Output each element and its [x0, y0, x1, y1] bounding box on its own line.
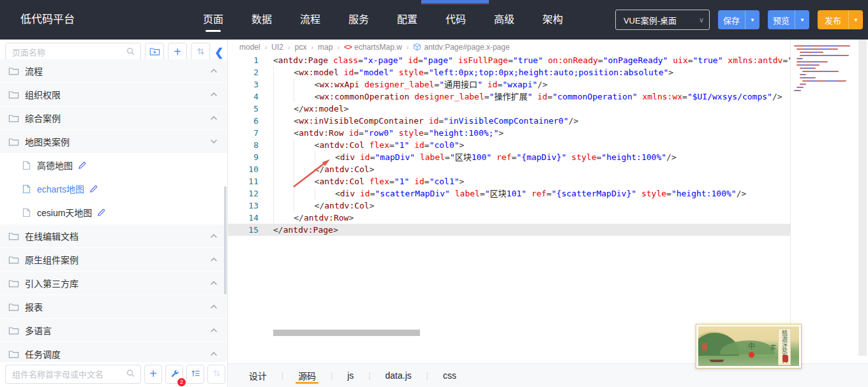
- project-select[interactable]: VUE案例-桌面 ∨: [615, 10, 710, 30]
- painting-seal: [782, 355, 788, 362]
- code-line-12[interactable]: 12<div id="scatterMapDiv" label="区块101" …: [228, 187, 790, 200]
- tab-0[interactable]: 设计: [248, 364, 268, 387]
- chevron-up-icon[interactable]: [209, 90, 218, 99]
- chevron-up-icon[interactable]: [209, 326, 218, 335]
- caret-down-icon[interactable]: ▼: [745, 10, 760, 29]
- chevron-up-icon[interactable]: [209, 255, 218, 264]
- breadcrumb-item-5[interactable]: antdv:Page#page.x-page: [413, 43, 509, 52]
- nav-item-5[interactable]: 代码: [445, 0, 466, 40]
- edit-pencil-icon[interactable]: [97, 208, 105, 217]
- action-button-1[interactable]: 预览▼: [768, 10, 809, 29]
- minimap-line: [802, 80, 846, 82]
- breadcrumb-item-0[interactable]: model: [239, 43, 260, 52]
- chevron-down-icon[interactable]: [209, 137, 218, 146]
- chevron-up-icon[interactable]: [209, 231, 218, 240]
- reorder-button[interactable]: [207, 365, 225, 384]
- edit-pencil-icon[interactable]: [78, 161, 86, 170]
- action-button-0[interactable]: 保存▼: [718, 10, 760, 29]
- code-line-10[interactable]: 10</antdv:Col>: [228, 163, 790, 175]
- minimap-line: [797, 61, 827, 62]
- code-line-6[interactable]: 6<wx:inVisibleCompContainer id="inVisibl…: [228, 115, 790, 127]
- painting-center-mark: 中: [748, 340, 755, 351]
- nav-item-1[interactable]: 数据: [251, 0, 272, 40]
- tree-item-7[interactable]: 在线编辑文档: [0, 224, 227, 247]
- code-line-3[interactable]: 3<wx:wxApi designer_label="通用接口" id="wxa…: [228, 78, 790, 91]
- tab-1[interactable]: 源码: [297, 364, 317, 387]
- line-number: 1: [228, 54, 258, 66]
- outline-sort-button[interactable]: [186, 365, 204, 384]
- tab-4[interactable]: css: [442, 364, 458, 387]
- nav-item-2[interactable]: 流程: [300, 0, 320, 40]
- code-editor[interactable]: 1<antdv:Page class="x-page" id="page" is…: [228, 54, 790, 363]
- code-line-11[interactable]: 11<antdv:Col flex="1" id="col1">: [228, 175, 790, 187]
- breadcrumb-item-1[interactable]: UI2: [271, 43, 283, 52]
- nav-item-4[interactable]: 配置: [397, 0, 417, 40]
- sidebar-scrollbar[interactable]: [224, 186, 227, 295]
- promo-painting[interactable]: 中 桃源深处有人家: [696, 324, 802, 369]
- tree-item-0[interactable]: 流程: [0, 59, 227, 82]
- breadcrumb-item-3[interactable]: map: [318, 43, 333, 52]
- chevron-left-icon: ❮: [214, 46, 223, 59]
- tree-item-8[interactable]: 原生组件案例: [0, 248, 227, 271]
- caret-down-icon[interactable]: ▼: [848, 10, 863, 29]
- breadcrumb: model›UI2›pcx›map›<>echartsMap.w›antdv:P…: [228, 40, 868, 54]
- caret-down-icon[interactable]: ▼: [795, 10, 809, 29]
- minimap-lines: [791, 40, 859, 91]
- nav-item-0[interactable]: 页面: [203, 0, 223, 40]
- tree-item-10[interactable]: 报表: [0, 295, 227, 318]
- editor-vertical-scrollbar[interactable]: [858, 40, 867, 356]
- code-line-5[interactable]: 5</wx:model>: [228, 103, 790, 115]
- tab-2[interactable]: js: [346, 364, 355, 387]
- code-line-9[interactable]: 9<div id="mapDiv" label="区块100" ref="{ma…: [228, 151, 790, 163]
- code-line-14[interactable]: 14</antdv:Row>: [228, 212, 790, 224]
- nav-item-6[interactable]: 高级: [494, 0, 514, 40]
- page-search-input[interactable]: [11, 47, 126, 58]
- tree-item-2[interactable]: 综合案例: [0, 106, 227, 129]
- tab-3[interactable]: data.js: [384, 364, 413, 387]
- code-text: </antdv:Page>: [258, 224, 338, 236]
- tree-item-label: 综合案例: [25, 112, 209, 124]
- tree-item-4[interactable]: 高德地图: [0, 154, 227, 177]
- tools-button[interactable]: 2: [165, 365, 183, 384]
- chevron-up-icon[interactable]: [209, 279, 218, 288]
- minimap-line: [797, 58, 802, 59]
- code-text: <wx:model id="model" style="left:0px;top…: [258, 66, 673, 78]
- code-line-7[interactable]: 7<antdv:Row id="row0" style="height:100%…: [228, 127, 790, 139]
- sort-icon: [196, 47, 206, 59]
- tree-item-label: 流程: [25, 64, 209, 77]
- tree-item-1[interactable]: 组织权限: [0, 83, 227, 106]
- code-line-13[interactable]: 13</antdv:Col>: [228, 200, 790, 212]
- chevron-up-icon[interactable]: [209, 349, 218, 358]
- minimap-line: [802, 71, 839, 72]
- action-button-label: 预览: [768, 10, 795, 29]
- tree-item-3[interactable]: 地图类案例: [0, 130, 227, 153]
- code-line-1[interactable]: 1<antdv:Page class="x-page" id="page" is…: [228, 54, 790, 66]
- line-number: 11: [228, 175, 258, 187]
- code-line-15[interactable]: 15</antdv:Page>: [228, 224, 790, 236]
- code-line-8[interactable]: 8<antdv:Col flex="1" id="col0">: [228, 139, 790, 151]
- component-search-input[interactable]: [11, 369, 126, 380]
- code-line-4[interactable]: 4<wx:commonOperation designer_label="操作扩…: [228, 91, 790, 103]
- tree-item-5[interactable]: echarts地图: [0, 177, 227, 200]
- breadcrumb-item-4[interactable]: <>echartsMap.w: [344, 43, 402, 52]
- nav-item-7[interactable]: 架构: [542, 0, 563, 40]
- code-text: <wx:wxApi designer_label="通用接口" id="wxap…: [258, 78, 548, 91]
- chevron-up-icon[interactable]: [209, 113, 218, 122]
- editor-minimap[interactable]: [790, 40, 859, 363]
- line-number: 6: [228, 115, 258, 127]
- editor-horizontal-scrollbar[interactable]: [273, 330, 420, 336]
- breadcrumb-item-2[interactable]: pcx: [295, 43, 307, 52]
- nav-item-3[interactable]: 服务: [348, 0, 369, 40]
- action-button-2[interactable]: 发布▼: [818, 10, 863, 29]
- tree-item-label: 多语言: [25, 324, 209, 337]
- code-line-2[interactable]: 2<wx:model id="model" style="left:0px;to…: [228, 66, 790, 78]
- breadcrumb-label: model: [239, 43, 260, 52]
- chevron-up-icon[interactable]: [209, 66, 218, 75]
- edit-pencil-icon[interactable]: [89, 185, 98, 193]
- tree-item-12[interactable]: 任务调度: [0, 342, 227, 362]
- add-component-button[interactable]: +: [144, 365, 162, 384]
- tree-item-11[interactable]: 多语言: [0, 319, 227, 342]
- chevron-up-icon[interactable]: [209, 302, 218, 311]
- tree-item-6[interactable]: cesium天地图: [0, 201, 227, 224]
- tree-item-9[interactable]: 引入第三方库: [0, 272, 227, 295]
